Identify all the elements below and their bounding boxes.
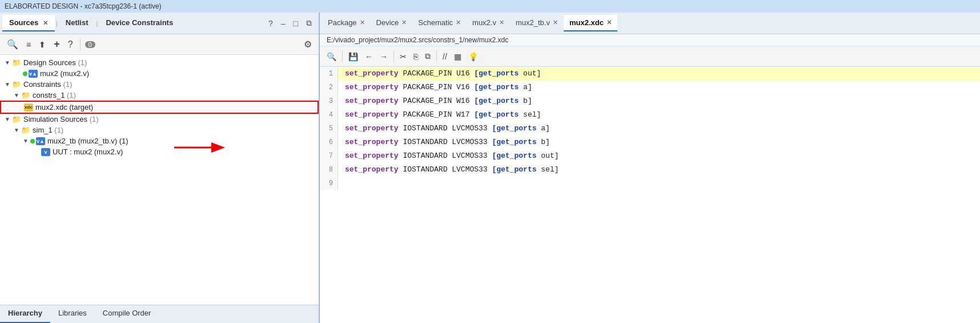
editor-lightbulb-button[interactable]: 💡 xyxy=(466,51,480,62)
design-sources-arrow: ▼ xyxy=(5,59,10,66)
editor-tab-package[interactable]: Package ✕ xyxy=(322,15,371,31)
expand-button[interactable]: ⬆ xyxy=(37,39,48,50)
tab-device-close[interactable]: ✕ xyxy=(401,19,407,26)
uut-sim-icon: v xyxy=(41,148,50,156)
badge-count: 0 xyxy=(85,41,95,48)
tab-compile-order[interactable]: Compile Order xyxy=(95,305,159,323)
code-line-4: 4 set_property PACKAGE_PIN W17 [get_port… xyxy=(320,108,980,122)
tab-sources[interactable]: Sources ✕ xyxy=(2,15,55,31)
left-tabs-bar: Sources ✕ | Netlist | Device Constraints… xyxy=(0,13,319,34)
toolbar-divider-1 xyxy=(80,39,81,50)
tab-schematic-close[interactable]: ✕ xyxy=(456,19,461,26)
left-panel: Sources ✕ | Netlist | Device Constraints… xyxy=(0,13,320,323)
constrs1-folder-icon: 📁 xyxy=(21,91,30,99)
collapse-all-button[interactable]: ≡ xyxy=(24,39,33,50)
editor-comment-button[interactable]: // xyxy=(440,51,449,62)
tab-mux2xdc-close[interactable]: ✕ xyxy=(607,19,612,26)
top-bar-text: ELABORATED DESIGN - xc7a35tcpg236-1 (act… xyxy=(5,2,162,10)
xdc-file-icon: xdc xyxy=(24,103,33,111)
constraints-folder-icon: 📁 xyxy=(12,80,21,89)
mux2-xdc-item[interactable]: xdc mux2.xdc (target) xyxy=(0,101,319,114)
sim-sources-label: Simulation Sources (1) xyxy=(23,115,99,123)
code-line-9: 9 xyxy=(320,177,980,190)
tab-hierarchy[interactable]: Hierarchy xyxy=(0,305,50,323)
top-bar: ELABORATED DESIGN - xc7a35tcpg236-1 (act… xyxy=(0,0,980,13)
editor-copy-button[interactable]: ⎘ xyxy=(411,51,420,62)
editor-back-button[interactable]: ← xyxy=(363,51,375,62)
constrs1-arrow: ▼ xyxy=(14,92,19,98)
tab-mux2tbv-close[interactable]: ✕ xyxy=(553,19,558,26)
minimize-icon[interactable]: – xyxy=(279,18,288,29)
mux2-tb-label: mux2_tb (mux2_tb.v) (1) xyxy=(47,137,128,145)
file-path: E:/vivado_project/mux2/mux2.srcs/constrs… xyxy=(320,34,980,46)
mux2-tb-item[interactable]: ▼ v▲ mux2_tb (mux2_tb.v) (1) xyxy=(0,135,319,146)
code-line-3: 3 set_property PACKAGE_PIN W16 [get_port… xyxy=(320,94,980,108)
editor-tab-schematic[interactable]: Schematic ✕ xyxy=(412,15,467,31)
constrs1-group[interactable]: ▼ 📁 constrs_1 (1) xyxy=(0,90,319,101)
tab-device-constraints[interactable]: Device Constraints xyxy=(99,15,180,31)
mux2-tb-arrow: ▼ xyxy=(23,138,29,144)
code-line-1: 1 set_property PACKAGE_PIN U16 [get_port… xyxy=(320,67,980,81)
tab-netlist[interactable]: Netlist xyxy=(59,15,95,31)
sim1-folder-icon: 📁 xyxy=(21,126,30,134)
mux2-verilog-item[interactable]: v▲ mux2 (mux2.v) xyxy=(0,68,319,79)
editor-tab-mux2xdc[interactable]: mux2.xdc ✕ xyxy=(564,15,617,31)
restore-icon[interactable]: □ xyxy=(291,18,300,29)
search-button[interactable]: 🔍 xyxy=(5,38,21,51)
help-icon[interactable]: ? xyxy=(266,18,275,29)
tab-mux2v-close[interactable]: ✕ xyxy=(499,19,504,26)
constraints-group[interactable]: ▼ 📁 Constraints (1) xyxy=(0,79,319,90)
design-sources-folder-icon: 📁 xyxy=(12,58,21,67)
add-button[interactable]: + xyxy=(51,37,62,51)
editor-tab-device[interactable]: Device ✕ xyxy=(371,15,413,31)
code-line-6: 6 set_property IOSTANDARD LVCMOS33 [get_… xyxy=(320,135,980,149)
tab-sources-close[interactable]: ✕ xyxy=(43,19,48,26)
editor-table-button[interactable]: ▦ xyxy=(452,51,464,62)
sim1-label: sim_1 (1) xyxy=(33,126,63,134)
verilog-file-icon: v▲ xyxy=(29,70,38,78)
editor-tabs-bar: Package ✕ Device ✕ Schematic ✕ mux2.v ✕ … xyxy=(320,13,980,34)
design-sources-group[interactable]: ▼ 📁 Design Sources (1) xyxy=(0,57,319,68)
editor-search-button[interactable]: 🔍 xyxy=(324,51,339,62)
arrow-annotation xyxy=(171,139,228,159)
verilog-tb-icon: v▲ xyxy=(36,137,45,145)
tab-libraries[interactable]: Libraries xyxy=(50,305,95,323)
editor-forward-button[interactable]: → xyxy=(377,51,390,62)
settings-icon[interactable]: ⚙ xyxy=(302,38,314,51)
code-line-5: 5 set_property IOSTANDARD LVCMOS33 [get_… xyxy=(320,122,980,135)
sim-sources-group[interactable]: ▼ 📁 Simulation Sources (1) xyxy=(0,114,319,125)
mux2-label: mux2 (mux2.v) xyxy=(40,69,89,78)
left-tab-icons: ? – □ ⧉ xyxy=(266,17,316,29)
constraints-label: Constraints (1) xyxy=(23,80,72,89)
constraints-arrow: ▼ xyxy=(5,81,10,87)
editor-tab-mux2v[interactable]: mux2.v ✕ xyxy=(467,15,510,31)
tree-container: ▼ 📁 Design Sources (1) v▲ mux2 (mux2.v) … xyxy=(0,55,319,305)
bottom-tabs-bar: Hierarchy Libraries Compile Order xyxy=(0,305,319,323)
tab-package-close[interactable]: ✕ xyxy=(360,19,365,26)
code-line-2: 2 set_property PACKAGE_PIN V16 [get_port… xyxy=(320,81,980,94)
editor-paste-button[interactable]: ⧉ xyxy=(423,50,433,62)
editor-save-button[interactable]: 💾 xyxy=(346,51,360,62)
code-area: 1 set_property PACKAGE_PIN U16 [get_port… xyxy=(320,67,980,323)
design-sources-label: Design Sources (1) xyxy=(23,58,87,67)
mux2-tb-dot xyxy=(30,139,35,143)
left-toolbar: 🔍 ≡ ⬆ + ? 0 ⚙ xyxy=(0,34,319,55)
constrs1-label: constrs_1 (1) xyxy=(33,91,76,99)
sim-sources-folder-icon: 📁 xyxy=(12,115,21,123)
sim1-arrow: ▼ xyxy=(14,127,19,133)
editor-cut-button[interactable]: ✂ xyxy=(397,51,409,62)
code-line-7: 7 set_property IOSTANDARD LVCMOS33 [get_… xyxy=(320,149,980,163)
mux2-xdc-label: mux2.xdc (target) xyxy=(35,103,93,111)
uut-label: UUT : mux2 (mux2.v) xyxy=(53,147,123,156)
sim1-group[interactable]: ▼ 📁 sim_1 (1) xyxy=(0,125,319,135)
maximize-icon[interactable]: ⧉ xyxy=(304,17,314,29)
green-dot-icon xyxy=(23,71,27,76)
uut-item[interactable]: v UUT : mux2 (mux2.v) xyxy=(0,146,319,157)
editor-toolbar: 🔍 💾 ← → ✂ ⎘ ⧉ // ▦ 💡 xyxy=(320,46,980,67)
code-line-8: 8 set_property IOSTANDARD LVCMOS33 [get_… xyxy=(320,163,980,177)
sim-sources-arrow: ▼ xyxy=(5,116,10,122)
info-button[interactable]: ? xyxy=(66,38,75,51)
right-panel: Package ✕ Device ✕ Schematic ✕ mux2.v ✕ … xyxy=(320,13,980,323)
editor-tab-mux2tbv[interactable]: mux2_tb.v ✕ xyxy=(510,15,564,31)
